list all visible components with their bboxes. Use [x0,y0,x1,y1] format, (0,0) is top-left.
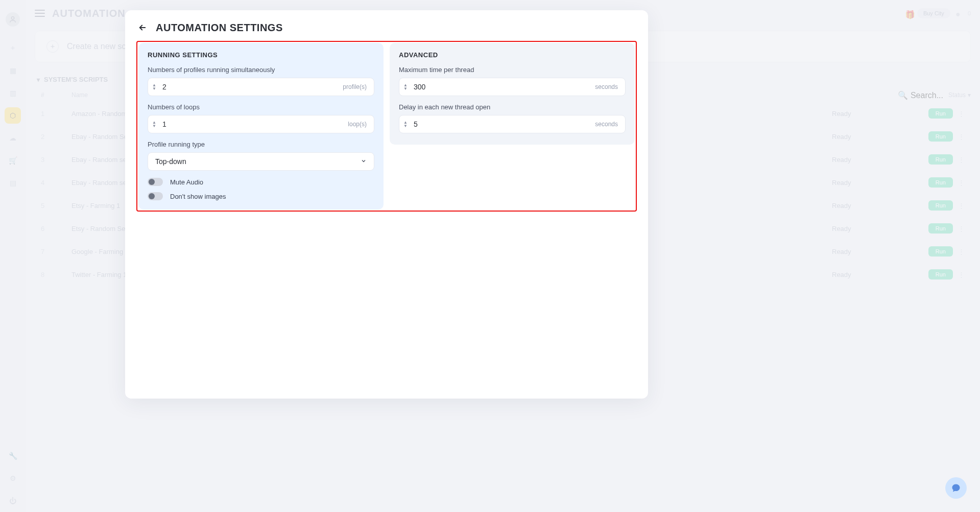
back-button[interactable] [136,21,149,34]
buy-button[interactable]: Buy City [917,8,950,18]
row-status: Ready [832,133,903,141]
row-menu-icon[interactable]: ⋮ [958,248,965,255]
advanced-panel: ADVANCED Maximum time per thread ▲▼ 300 … [390,43,635,145]
delay-suffix: seconds [595,121,618,128]
nav-wrench-icon[interactable]: 🔧 [5,448,21,464]
profiles-value: 2 [162,83,166,91]
row-status: Ready [832,156,903,164]
row-idx: 3 [41,156,71,164]
row-menu-icon[interactable]: ⋮ [958,133,965,141]
col-idx: # [41,91,71,99]
search-placeholder: Search... [911,91,943,100]
coin-count: 0 [968,10,971,16]
row-status: Ready [832,110,903,118]
chevron-icon: ▾ [37,76,40,83]
search-input[interactable]: 🔍 Search... [898,90,943,100]
row-idx: 6 [41,225,71,232]
row-menu-icon[interactable]: ⋮ [958,202,965,210]
loops-suffix: loop(s) [348,121,367,128]
nav-power-icon[interactable]: ⏻ [5,493,21,509]
nav-plus-icon[interactable]: ＋ [5,40,21,56]
plus-icon: ＋ [46,40,59,53]
page-title: AUTOMATION [52,8,126,19]
modal-title: AUTOMATION SETTINGS [156,22,283,34]
runtype-value: Top-down [155,157,186,166]
row-status: Ready [832,179,903,187]
row-menu-icon[interactable]: ⋮ [958,110,965,118]
row-idx: 5 [41,202,71,210]
stepper-icon[interactable]: ▲▼ [403,121,408,128]
delay-label: Delay in each new thread open [399,103,626,111]
section-title: SYSTEM'S SCRIPTS [44,76,108,83]
row-menu-icon[interactable]: ⋮ [958,156,965,164]
nav-cloud-icon[interactable]: ☁ [5,130,21,146]
hide-images-toggle[interactable] [148,192,163,200]
nav-grid-icon[interactable]: ▦ [5,62,21,79]
maxtime-value: 300 [414,83,425,91]
row-status: Ready [832,271,903,278]
run-button[interactable]: Run [928,108,953,119]
nav-cart-icon[interactable]: 🛒 [5,152,21,169]
run-button[interactable]: Run [928,200,953,211]
run-button[interactable]: Run [928,223,953,234]
row-menu-icon[interactable]: ⋮ [958,225,965,232]
mute-audio-label: Mute Audio [170,178,203,186]
gift-icon[interactable]: 🎁 [905,10,912,17]
delay-input[interactable]: ▲▼ 5 seconds [399,115,626,133]
profiles-input[interactable]: ▲▼ 2 profile(s) [148,78,374,96]
run-button[interactable]: Run [928,177,953,188]
nav-automation-icon[interactable]: ⬡ [5,107,21,124]
row-status: Ready [832,248,903,255]
maxtime-input[interactable]: ▲▼ 300 seconds [399,78,626,96]
search-icon: 🔍 [898,91,908,100]
run-button[interactable]: Run [928,246,953,257]
nav-gear-icon[interactable]: ⚙ [5,470,21,486]
row-idx: 7 [41,248,71,255]
loops-input[interactable]: ▲▼ 1 loop(s) [148,115,374,133]
running-settings-title: RUNNING SETTINGS [148,51,374,59]
row-idx: 4 [41,179,71,187]
row-idx: 1 [41,110,71,118]
row-status: Ready [832,202,903,210]
loops-value: 1 [162,120,166,128]
run-button[interactable]: Run [928,131,953,142]
chevron-down-icon [361,158,367,166]
coin-icon: ● [955,10,963,17]
hamburger-icon[interactable] [35,10,45,17]
automation-settings-modal: AUTOMATION SETTINGS RUNNING SETTINGS Num… [125,10,648,399]
runtype-label: Profile running type [148,141,374,148]
profiles-label: Numbers of profiles running simultaneous… [148,66,374,74]
status-dropdown[interactable]: Status▾ [948,91,971,99]
row-menu-icon[interactable]: ⋮ [958,271,965,278]
stepper-icon[interactable]: ▲▼ [152,83,156,90]
maxtime-label: Maximum time per thread [399,66,626,74]
chat-fab[interactable] [945,477,967,499]
left-sidebar: ＋ ▦ ▥ ⬡ ☁ 🛒 ▤ 🔧 ⚙ ⏻ [0,0,26,512]
row-status: Ready [832,225,903,232]
avatar[interactable] [6,12,20,27]
row-menu-icon[interactable]: ⋮ [958,179,965,187]
profiles-suffix: profile(s) [343,83,367,90]
loops-label: Numbers of loops [148,103,374,111]
nav-doc-icon[interactable]: ▤ [5,175,21,191]
run-button[interactable]: Run [928,154,953,165]
row-idx: 2 [41,133,71,141]
settings-highlight: RUNNING SETTINGS Numbers of profiles run… [136,41,637,212]
delay-value: 5 [414,120,418,128]
running-settings-panel: RUNNING SETTINGS Numbers of profiles run… [138,43,384,210]
row-idx: 8 [41,271,71,278]
svg-point-0 [11,17,14,19]
maxtime-suffix: seconds [595,83,618,90]
stepper-icon[interactable]: ▲▼ [403,83,408,90]
stepper-icon[interactable]: ▲▼ [152,121,156,128]
hide-images-label: Don't show images [170,193,226,200]
runtype-select[interactable]: Top-down [148,152,374,171]
nav-layers-icon[interactable]: ▥ [5,85,21,101]
advanced-title: ADVANCED [399,51,626,59]
run-button[interactable]: Run [928,269,953,280]
mute-audio-toggle[interactable] [148,178,163,186]
